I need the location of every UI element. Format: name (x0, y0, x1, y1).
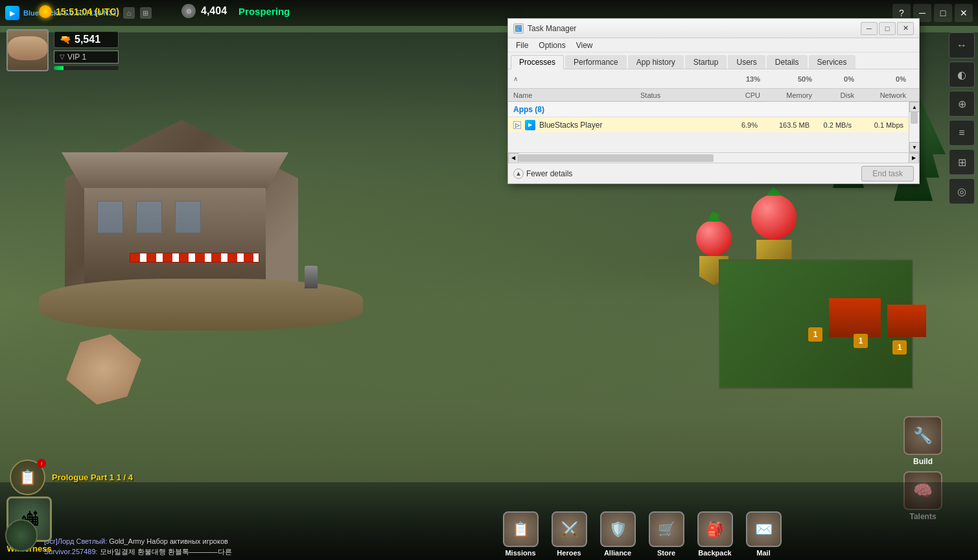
tm-end-task-btn[interactable]: End task (861, 166, 914, 181)
svg-rect-1 (516, 26, 521, 28)
tm-col-header: ∧ 13% 50% 0% 0% (508, 69, 919, 89)
tm-menu-file[interactable]: File (511, 40, 533, 51)
tab-app-history[interactable]: App history (628, 55, 684, 69)
tm-scroll-down[interactable]: ▼ (909, 142, 919, 152)
sidebar-btn-1[interactable]: ↔ (949, 32, 975, 58)
sidebar-btn-3[interactable]: ⊕ (949, 91, 975, 117)
build-button[interactable]: 🔧 Build (903, 416, 942, 466)
tm-apps-section: Apps (8) (508, 102, 909, 117)
tm-mem-pct: 50% (760, 75, 812, 83)
tm-col-labels: Name Status CPU Memory Disk Network (508, 89, 919, 102)
tm-net-pct: 0% (854, 75, 906, 83)
tm-cpu-col-header[interactable]: CPU (718, 91, 760, 99)
task-manager-window: Task Manager ─ □ ✕ File Options View Pro… (507, 18, 920, 184)
missions-label: Missions (505, 549, 535, 557)
exp-fill (54, 66, 64, 70)
tm-process-row-bluestacks[interactable]: ▷ ▶ BlueStacks Player 6.9% 163.5 MB 0.2 … (508, 117, 909, 133)
bottom-bar: 🏙 Wilderness [Jcr]Лорд Светлый: Gold_Arm… (0, 482, 978, 560)
crop-badge-1: 1 (808, 327, 822, 342)
tm-disk-col-header[interactable]: Disk (812, 91, 854, 99)
tab-services[interactable]: Services (809, 55, 856, 69)
mail-button[interactable]: ✉️ Mail (741, 511, 786, 557)
tm-hscroll-thumb[interactable] (518, 154, 714, 162)
time-value: 15:51:04 (UTC) (56, 6, 119, 17)
tm-hscrollbar: ◀ ▶ (508, 152, 919, 163)
tm-scroll-track (909, 112, 919, 142)
status-badge: Prospering (239, 6, 290, 17)
store-icon: 🛒 (649, 511, 684, 547)
tm-hscroll-right[interactable]: ▶ (909, 153, 919, 163)
fewer-details-icon: ▲ (513, 169, 524, 179)
copy-icon[interactable]: ⊞ (140, 7, 152, 19)
resource-bar: ⚙ 4,404 Prospering (181, 4, 290, 18)
mail-label: Mail (756, 549, 770, 557)
backpack-button[interactable]: 🎒 Backpack (692, 511, 738, 557)
tab-details[interactable]: Details (767, 55, 808, 69)
tm-window-buttons: ─ □ ✕ (861, 22, 914, 35)
tm-name-col-header[interactable]: Name (511, 91, 640, 99)
weapon (58, 328, 150, 411)
store-button[interactable]: 🛒 Store (644, 511, 689, 557)
heroes-button[interactable]: ⚔️ Heroes (546, 511, 592, 557)
alliance-label: Alliance (604, 549, 631, 557)
tm-expand-btn[interactable]: ▷ (513, 121, 521, 129)
tm-tabs: Processes Performance App history Startu… (508, 52, 919, 69)
quest-text: Prologue Part 1 1 / 4 (52, 472, 133, 482)
svg-rect-3 (516, 30, 520, 30)
close-button[interactable]: ✕ (955, 4, 973, 22)
home-icon[interactable]: ⌂ (123, 7, 135, 19)
tm-vscrollbar[interactable]: ▲ ▼ (909, 102, 919, 152)
player-avatar[interactable] (6, 29, 49, 71)
tm-process-cpu: 6.9% (716, 121, 758, 129)
tm-close-btn[interactable]: ✕ (897, 22, 914, 35)
chat-message-1: [Jcr]Лорд Светлый: Gold_Army Набор актив… (44, 537, 485, 546)
window-3 (175, 201, 201, 233)
tm-process-mem: 163.5 MB (758, 121, 809, 129)
tm-menu-options[interactable]: Options (533, 40, 570, 51)
missions-button[interactable]: 📋 Missions (498, 511, 543, 557)
tm-sort-arrow[interactable]: ∧ (511, 75, 520, 82)
tm-menu-view[interactable]: View (571, 40, 598, 51)
heroes-icon: ⚔️ (552, 511, 587, 547)
sidebar-btn-2[interactable]: ◐ (949, 62, 975, 88)
sidebar-btn-6[interactable]: ◎ (949, 178, 975, 204)
backpack-icon: 🎒 (697, 511, 733, 547)
exp-bar (54, 66, 119, 70)
vip-level: VIP 1 (67, 52, 86, 62)
avatar-face (8, 36, 47, 60)
tm-process-name: BlueStacks Player (539, 121, 638, 130)
tab-performance[interactable]: Performance (565, 55, 627, 69)
tab-startup[interactable]: Startup (685, 55, 727, 69)
tm-title-icon (513, 23, 524, 34)
tm-hscroll-left[interactable]: ◀ (508, 153, 518, 163)
build-icon: 🔧 (903, 416, 942, 455)
restore-button[interactable]: □ (934, 4, 952, 22)
chat-area: [Jcr]Лорд Светлый: Gold_Army Набор актив… (38, 537, 491, 557)
quest-panel[interactable]: 📋 ! Prologue Part 1 1 / 4 (10, 460, 133, 495)
tm-mem-col-header[interactable]: Memory (760, 91, 812, 99)
sun-icon (39, 5, 52, 18)
cp-value: 5,541 (75, 34, 100, 45)
tm-menubar: File Options View (508, 38, 919, 52)
tm-status-col-header[interactable]: Status (640, 91, 718, 99)
tm-minimize-btn[interactable]: ─ (861, 22, 878, 35)
tm-scroll-up[interactable]: ▲ (909, 102, 919, 112)
tm-title-text: Task Manager (528, 24, 857, 33)
window-2 (136, 201, 162, 233)
quest-icon[interactable]: 📋 ! (10, 460, 45, 495)
tm-scroll-thumb[interactable] (911, 112, 918, 124)
tm-maximize-btn[interactable]: □ (879, 22, 896, 35)
tm-process-disk: 0.2 MB/s (809, 121, 852, 129)
alliance-button[interactable]: 🛡️ Alliance (595, 511, 640, 557)
player-stats: 🔫 5,541 ▽ VIP 1 (54, 31, 119, 70)
minimap-button[interactable] (5, 519, 38, 552)
sidebar-btn-4[interactable]: ≡ (949, 120, 975, 146)
tm-net-col-header[interactable]: Network (854, 91, 906, 99)
tab-users[interactable]: Users (728, 55, 765, 69)
tm-apps-label: Apps (8) (513, 105, 544, 114)
resource-icon: ⚙ (181, 4, 196, 18)
tm-fewer-details-btn[interactable]: ▲ Fewer details (513, 169, 572, 179)
tm-hscroll-track (518, 153, 909, 163)
sidebar-btn-5[interactable]: ⊞ (949, 149, 975, 175)
tab-processes[interactable]: Processes (511, 55, 564, 69)
